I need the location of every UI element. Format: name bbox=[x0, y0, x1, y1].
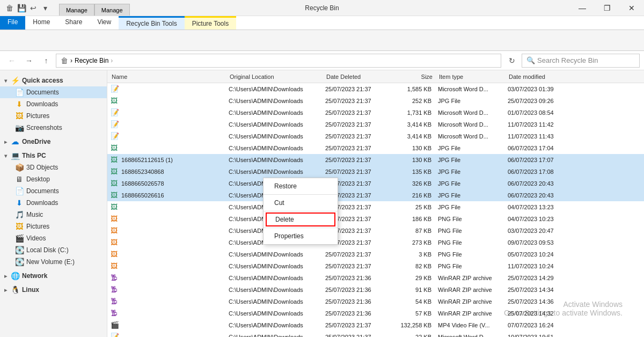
ctx-cut[interactable]: Cut bbox=[264, 196, 338, 210]
address-end-sep: › bbox=[111, 57, 113, 64]
table-row[interactable]: 📝 C:\Users\ADMIN\Downloads 25/07/2023 21… bbox=[107, 130, 644, 142]
sidebar-item-pictures[interactable]: 🖼 Pictures bbox=[0, 110, 107, 122]
sidebar-section-thispc[interactable]: ▾ 💻 This PC bbox=[0, 150, 107, 162]
chevron-icon: ▸ bbox=[4, 287, 7, 293]
file-orig-cell: C:\Users\ADMIN\Downloads bbox=[225, 296, 322, 307]
table-row[interactable]: 📝 C:\Users\ADMIN\Downloads 25/07/2023 21… bbox=[107, 107, 644, 119]
table-row[interactable]: 🖼 1688665026616 C:\Users\ADMIN\Downloads… bbox=[107, 189, 644, 201]
table-row[interactable]: 🖼 1688652340868 C:\Users\ADMIN\Downloads… bbox=[107, 166, 644, 178]
file-modified-cell: 06/07/2023 17:08 bbox=[504, 166, 574, 178]
table-row[interactable]: 🖼 1688665026578 C:\Users\ADMIN\Downloads… bbox=[107, 178, 644, 189]
music-icon: 🎵 bbox=[15, 210, 24, 219]
screenshots-label: Screenshots bbox=[26, 124, 62, 131]
sidebar-item-localdisk[interactable]: 💽 Local Disk (C:) bbox=[0, 244, 107, 256]
table-row[interactable]: 🗜 C:\Users\ADMIN\Downloads 25/07/2023 21… bbox=[107, 307, 644, 319]
sidebar-item-documents2[interactable]: 📄 Documents bbox=[0, 185, 107, 197]
file-type-cell: PNG File bbox=[435, 213, 504, 225]
col-header-size[interactable]: Size bbox=[393, 70, 436, 83]
ctx-properties[interactable]: Properties bbox=[264, 229, 338, 243]
address-bar[interactable]: 🗑 › Recycle Bin › bbox=[56, 54, 501, 68]
sidebar-item-videos[interactable]: 🎬 Videos bbox=[0, 232, 107, 244]
col-header-modified[interactable]: Date modified bbox=[506, 70, 575, 83]
pictures-icon: 🖼 bbox=[15, 112, 24, 120]
table-row[interactable]: 🖼 C:\Users\ADMIN\Downloads 25/07/2023 21… bbox=[107, 248, 644, 260]
ctx-restore[interactable]: Restore bbox=[264, 179, 338, 193]
ribbon-tab-picture[interactable]: Picture Tools bbox=[185, 16, 236, 30]
table-row[interactable]: 🗜 C:\Users\ADMIN\Downloads 25/07/2023 21… bbox=[107, 296, 644, 307]
sidebar-item-downloads[interactable]: ⬇ Downloads bbox=[0, 98, 107, 110]
table-row[interactable]: 🖼 C:\Users\ADMIN\Downloads 25/07/2023 21… bbox=[107, 260, 644, 272]
table-row[interactable]: 🖼 C:\Users\ADMIN\Downloads 25/07/2023 21… bbox=[107, 201, 644, 213]
sidebar-item-music[interactable]: 🎵 Music bbox=[0, 209, 107, 221]
table-row[interactable]: 🖼 C:\Users\ADMIN\Downloads 25/07/2023 21… bbox=[107, 142, 644, 154]
sidebar-section-network[interactable]: ▸ 🌐 Network bbox=[0, 270, 107, 282]
forward-button[interactable]: → bbox=[21, 53, 36, 68]
sidebar-item-desktop[interactable]: 🖥 Desktop bbox=[0, 173, 107, 185]
file-modified-cell: 06/07/2023 20:43 bbox=[504, 178, 574, 189]
desktop-label: Desktop bbox=[26, 175, 50, 183]
search-box[interactable]: 🔍 Search Recycle Bin bbox=[522, 54, 640, 68]
ribbon-content bbox=[0, 30, 644, 50]
linux-label: Linux bbox=[22, 286, 39, 294]
file-size-cell: 130 KB bbox=[392, 142, 435, 154]
col-header-type[interactable]: Item type bbox=[436, 70, 506, 83]
file-size-cell: 1,585 KB bbox=[392, 83, 435, 95]
ribbon-tab-recycle[interactable]: Recycle Bin Tools bbox=[119, 16, 185, 30]
up-button[interactable]: ↑ bbox=[39, 53, 54, 68]
ribbon-tab-home[interactable]: Home bbox=[25, 16, 57, 30]
tab-manage-2[interactable]: Manage bbox=[94, 4, 130, 16]
pictures2-label: Pictures bbox=[26, 223, 49, 230]
undo-icon[interactable]: ↩ bbox=[28, 3, 39, 13]
file-name-text: 1688652112615 (1) bbox=[121, 157, 173, 163]
ribbon-tab-view[interactable]: View bbox=[90, 16, 119, 30]
table-row[interactable]: 🎬 C:\Users\ADMIN\Downloads 25/07/2023 21… bbox=[107, 319, 644, 331]
file-icon: 📝 bbox=[111, 120, 119, 129]
col-header-deleted[interactable]: Date Deleted bbox=[323, 70, 393, 83]
toolbar: ← → ↑ 🗑 › Recycle Bin › ↻ 🔍 Search Recyc… bbox=[0, 51, 644, 70]
refresh-button[interactable]: ↻ bbox=[504, 53, 519, 68]
table-row[interactable]: 🖼 C:\Users\ADMIN\Downloads 25/07/2023 21… bbox=[107, 95, 644, 107]
sidebar-item-downloads2[interactable]: ⬇ Downloads bbox=[0, 197, 107, 209]
sidebar-item-documents[interactable]: 📄 Documents bbox=[0, 86, 107, 98]
ctx-delete[interactable]: Delete bbox=[266, 213, 335, 226]
file-icon: 📝 bbox=[111, 108, 119, 117]
maximize-button[interactable]: ❐ bbox=[595, 0, 619, 16]
back-button[interactable]: ← bbox=[4, 53, 19, 68]
close-button[interactable]: ✕ bbox=[619, 0, 644, 16]
documents-icon: 📄 bbox=[15, 88, 24, 97]
col-header-orig[interactable]: Original Location bbox=[226, 70, 323, 83]
file-name-cell: 🖼 bbox=[107, 95, 225, 107]
sidebar-section-quick-access[interactable]: ▾ ⚡ Quick access bbox=[0, 75, 107, 86]
minimize-button[interactable]: — bbox=[570, 0, 595, 16]
file-modified-cell: 07/07/2023 16:24 bbox=[504, 319, 574, 331]
file-type-cell: PNG File bbox=[435, 225, 504, 237]
table-row[interactable]: 📝 C:\Users\ADMIN\Downloads 25/07/2023 21… bbox=[107, 83, 644, 95]
sidebar-item-newvolume[interactable]: 💽 New Volume (E:) bbox=[0, 256, 107, 268]
save-icon[interactable]: 💾 bbox=[16, 3, 27, 13]
table-row[interactable]: 🖼 C:\Users\ADMIN\Downloads 25/07/2023 21… bbox=[107, 237, 644, 248]
table-row[interactable]: 🗜 C:\Users\ADMIN\Downloads 25/07/2023 21… bbox=[107, 284, 644, 296]
sidebar-item-pictures2[interactable]: 🖼 Pictures bbox=[0, 221, 107, 232]
documents-label: Documents bbox=[26, 89, 59, 96]
table-row[interactable]: 📝 C:\Users\ADMIN\Downloads 25/07/2023 21… bbox=[107, 119, 644, 130]
table-row[interactable]: 🖼 C:\Users\ADMIN\Downloads 25/07/2023 21… bbox=[107, 225, 644, 237]
sidebar-section-linux[interactable]: ▸ 🐧 Linux bbox=[0, 284, 107, 296]
sidebar-item-screenshots[interactable]: 📷 Screenshots bbox=[0, 122, 107, 134]
dropdown-icon[interactable]: ▾ bbox=[40, 3, 50, 13]
file-size-cell: 216 KB bbox=[392, 189, 435, 201]
ribbon-tab-file[interactable]: File bbox=[0, 16, 25, 30]
file-type-cell: WinRAR ZIP archive bbox=[435, 307, 504, 319]
table-row[interactable]: 🖼 1688652112615 (1) C:\Users\ADMIN\Downl… bbox=[107, 154, 644, 166]
table-row[interactable]: 📝 C:\Users\ADMIN\Downloads 25/07/2023 21… bbox=[107, 331, 644, 337]
sidebar-item-3dobjects[interactable]: 📦 3D Objects bbox=[0, 162, 107, 173]
sidebar-section-onedrive[interactable]: ▸ ☁ OneDrive bbox=[0, 136, 107, 148]
file-name-cell: 🖼 1688665026578 bbox=[107, 178, 225, 189]
table-row[interactable]: 🗜 C:\Users\ADMIN\Downloads 25/07/2023 21… bbox=[107, 272, 644, 284]
tab-manage-1[interactable]: Manage bbox=[59, 4, 94, 16]
ribbon: File Home Share View Recycle Bin Tools P… bbox=[0, 16, 644, 51]
col-header-name[interactable]: Name bbox=[108, 70, 226, 83]
ribbon-tab-share[interactable]: Share bbox=[57, 16, 90, 30]
file-icon: 🗜 bbox=[111, 274, 119, 282]
table-row[interactable]: 🖼 C:\Users\ADMIN\Downloads 25/07/2023 21… bbox=[107, 213, 644, 225]
file-size-cell: 91 KB bbox=[392, 284, 435, 296]
